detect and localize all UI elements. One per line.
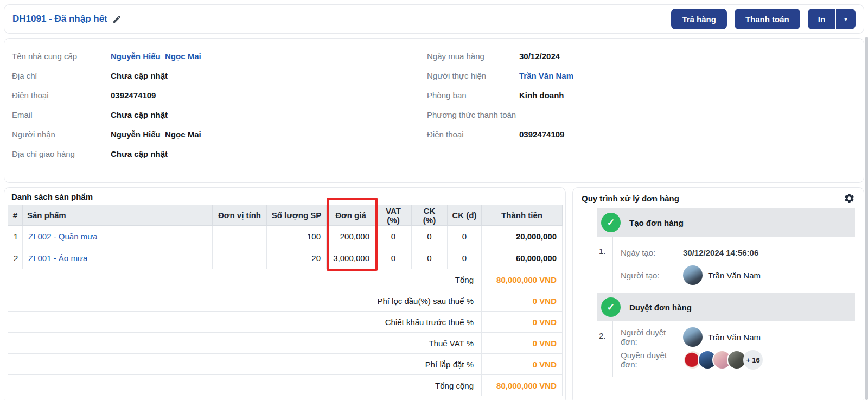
delivery-address-value: Chưa cập nhật	[111, 149, 168, 158]
summary-row-vat: Thuế VAT % 0 VND	[8, 333, 563, 354]
print-dropdown-caret[interactable]: ▼	[836, 9, 856, 29]
detail-row-creator: Người tạo: Trần Văn Nam	[621, 264, 864, 287]
row2-unit	[213, 247, 267, 269]
created-date-value: 30/12/2024 14:56:06	[683, 248, 758, 257]
summary-pre-tax-discount-label: Chiết khấu trước thuế %	[8, 312, 482, 333]
row1-vat: 0	[375, 226, 412, 247]
row2-discount-pct: 0	[412, 247, 448, 269]
creator-avatar	[683, 265, 703, 285]
summary-pre-tax-discount-value: 0 VND	[482, 312, 563, 333]
receiver-label: Người nhận	[12, 130, 111, 139]
approver-avatar-group: + 16	[683, 350, 763, 370]
email-label: Email	[12, 110, 111, 119]
row1-unit-price: 200,000	[327, 226, 375, 247]
receiver-value: Nguyễn Hiếu_Ngọc Mai	[111, 130, 201, 139]
gear-icon[interactable]	[844, 193, 855, 204]
info-row-delivery-address: Địa chỉ giao hàng Chưa cập nhật	[12, 144, 392, 163]
summary-row-oil-fee: Phí lọc dầu(%) sau thuế % 0 VND	[8, 290, 563, 312]
header-product: Sản phẩm	[23, 205, 213, 226]
approver-name: Trần Văn Nam	[708, 333, 761, 342]
summary-row-pre-tax-discount: Chiết khấu trước thuế % 0 VND	[8, 312, 563, 333]
header-discount-pct: CK (%)	[412, 205, 448, 226]
summary-vat-label: Thuế VAT %	[8, 333, 482, 354]
check-icon: ✓	[601, 297, 621, 317]
step-header-create-order: ✓ Tạo đơn hàng	[597, 208, 855, 237]
row2-discount-amt: 0	[448, 247, 482, 269]
row2-vat: 0	[375, 247, 412, 269]
row2-unit-price: 3,000,000	[327, 247, 375, 269]
executor-link[interactable]: Trần Văn Nam	[519, 71, 573, 80]
email-value: Chưa cập nhật	[111, 110, 168, 119]
approval-rights-label: Quyền duyệt đơn:	[621, 351, 683, 369]
info-row-department: Phòng ban Kinh doanh	[427, 85, 839, 105]
summary-install-fee-label: Phí lắp đặt %	[8, 354, 482, 375]
more-approvers-badge[interactable]: + 16	[743, 350, 763, 370]
edit-icon[interactable]	[112, 15, 122, 24]
summary-total-value: 80,000,000 VND	[482, 269, 563, 290]
step-details-create-order: 1. Ngày tạo: 30/12/2024 14:56:06 Người t…	[612, 237, 864, 292]
info-row-receiver: Người nhận Nguyễn Hiếu_Ngọc Mai	[12, 124, 392, 144]
table-row: 2 ZL001 - Áo mưa 20 3,000,000 0 0 0 60,0…	[8, 247, 563, 269]
executor-label: Người thực hiện	[427, 71, 519, 80]
row2-quantity: 20	[267, 247, 327, 269]
approver-label: Người duyệt đơn:	[621, 328, 683, 346]
detail-row-approval-rights: Quyền duyệt đơn: + 16	[621, 348, 864, 371]
header-unit-price: Đơn giá	[327, 205, 375, 226]
step-header-approve-order: ✓ Duyệt đơn hàng	[597, 293, 855, 321]
summary-row-grand-total: Tổng cộng 80,000,000 VND	[8, 375, 563, 396]
address-label: Địa chỉ	[12, 71, 111, 80]
creator-name: Trần Văn Nam	[708, 271, 761, 280]
purchase-info-column: Ngày mua hàng 30/12/2024 Người thực hiện…	[427, 46, 839, 144]
row1-index: 1	[8, 226, 23, 247]
order-header-bar: DH1091 - Đã nhập hết Trả hàng Thanh toán…	[4, 4, 864, 34]
header-quantity: Số lượng SP	[267, 205, 327, 226]
check-icon: ✓	[601, 213, 621, 232]
product-table: # Sản phẩm Đơn vị tính Số lượng SP Đơn g…	[8, 205, 563, 396]
phone2-label: Điện thoại	[427, 130, 519, 139]
step-title-approve-order: Duyệt đơn hàng	[629, 303, 692, 312]
row1-discount-amt: 0	[448, 226, 482, 247]
payment-button[interactable]: Thanh toán	[735, 9, 800, 29]
summary-grand-total-value: 80,000,000 VND	[482, 375, 563, 396]
delivery-address-label: Địa chỉ giao hàng	[12, 149, 111, 158]
summary-install-fee-value: 0 VND	[482, 354, 563, 375]
row2-product-link[interactable]: ZL001 - Áo mưa	[28, 253, 87, 263]
supplier-info-column: Tên nhà cung cấp Nguyễn Hiếu_Ngọc Mai Đị…	[12, 46, 392, 163]
header-vat: VAT (%)	[375, 205, 412, 226]
purchase-date-label: Ngày mua hàng	[427, 52, 519, 61]
phone-value: 0392474109	[111, 91, 156, 100]
row2-total: 60,000,000	[482, 247, 563, 269]
row1-total: 20,000,000	[482, 226, 563, 247]
info-row-phone2: Điện thoại 0392474109	[427, 124, 839, 144]
info-row-payment-method: Phương thức thanh toán	[427, 105, 839, 124]
table-row: 1 ZL002 - Quần mưa 100 200,000 0 0 0 20,…	[8, 226, 563, 247]
row1-discount-pct: 0	[412, 226, 448, 247]
info-row-email: Email Chưa cập nhật	[12, 105, 392, 124]
print-split-button: In ▼	[808, 9, 856, 29]
vertical-scrollbar[interactable]	[865, 37, 868, 400]
address-value: Chưa cập nhật	[111, 71, 168, 80]
summary-grand-total-label: Tổng cộng	[8, 375, 482, 396]
info-row-purchase-date: Ngày mua hàng 30/12/2024	[427, 46, 839, 66]
order-process-card: Quy trình xử lý đơn hàng ✓ Tạo đơn hàng …	[572, 187, 864, 400]
order-info-card: Tên nhà cung cấp Nguyễn Hiếu_Ngọc Mai Đị…	[4, 38, 864, 183]
return-goods-button[interactable]: Trả hàng	[671, 9, 727, 29]
row1-quantity: 100	[267, 226, 327, 247]
summary-total-label: Tổng	[8, 269, 482, 290]
row1-product-link[interactable]: ZL002 - Quần mưa	[28, 232, 98, 241]
purchase-date-value: 30/12/2024	[519, 52, 560, 61]
product-list-title: Danh sách sản phẩm	[4, 188, 565, 205]
info-row-supplier-name: Tên nhà cung cấp Nguyễn Hiếu_Ngọc Mai	[12, 46, 392, 66]
info-row-phone: Điện thoại 0392474109	[12, 85, 392, 105]
header-index: #	[8, 205, 23, 226]
info-row-executor: Người thực hiện Trần Văn Nam	[427, 66, 839, 85]
supplier-name-link[interactable]: Nguyễn Hiếu_Ngọc Mai	[111, 52, 201, 61]
phone2-value: 0392474109	[519, 130, 564, 139]
summary-oil-fee-value: 0 VND	[482, 290, 563, 312]
process-header: Quy trình xử lý đơn hàng	[573, 188, 864, 207]
summary-row-total: Tổng 80,000,000 VND	[8, 269, 563, 290]
summary-oil-fee-label: Phí lọc dầu(%) sau thuế %	[8, 290, 482, 312]
print-button[interactable]: In	[808, 9, 835, 29]
summary-vat-value: 0 VND	[482, 333, 563, 354]
step-number-1: 1.	[599, 246, 606, 256]
